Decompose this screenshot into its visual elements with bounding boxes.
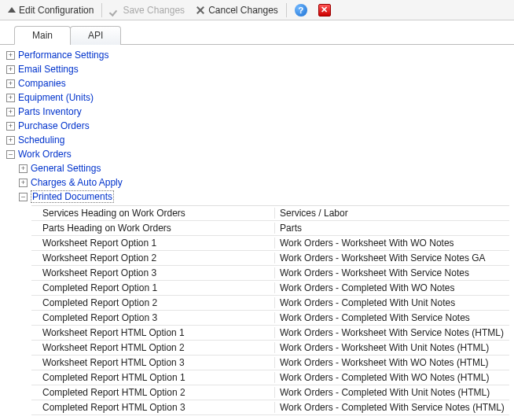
help-icon: ? — [295, 4, 307, 17]
help-button[interactable]: ? — [290, 2, 312, 19]
tree-node-charges[interactable]: + Charges & Auto Apply — [5, 175, 514, 190]
setting-label: Completed Report Option 2 — [31, 297, 275, 308]
edit-configuration-button[interactable]: Edit Configuration — [3, 2, 98, 19]
grid-row[interactable]: Worksheet Report Option 2Work Orders - W… — [31, 251, 509, 266]
grid-row[interactable]: Completed Report HTML Option 1Work Order… — [31, 370, 509, 385]
setting-label: Worksheet Report HTML Option 1 — [31, 327, 275, 338]
expand-icon[interactable]: + — [6, 65, 15, 74]
grid-row[interactable]: Services Heading on Work OrdersServices … — [31, 206, 509, 221]
expand-icon[interactable]: + — [6, 108, 15, 116]
expand-icon[interactable]: + — [6, 51, 15, 60]
grid-row[interactable]: Completed Report HTML Option 2Work Order… — [31, 385, 509, 400]
up-triangle-icon — [8, 7, 16, 13]
save-changes-button: Save Changes — [105, 2, 189, 19]
tree-label: Companies — [18, 78, 66, 89]
tabs: Main API — [0, 20, 514, 45]
tree-node-scheduling[interactable]: + Scheduling — [5, 133, 514, 147]
tree-label: Email Settings — [18, 64, 79, 75]
setting-value[interactable]: Work Orders - Completed With Unit Notes … — [275, 387, 509, 398]
expand-icon[interactable]: + — [19, 164, 28, 173]
save-changes-label: Save Changes — [123, 5, 185, 16]
setting-label: Worksheet Report HTML Option 2 — [31, 342, 275, 353]
collapse-icon[interactable]: – — [19, 193, 28, 201]
tree-node-work-orders[interactable]: – Work Orders — [5, 147, 514, 161]
expand-icon[interactable]: + — [6, 94, 15, 102]
separator — [101, 3, 102, 17]
setting-value[interactable]: Work Orders - Completed With Service Not… — [275, 312, 509, 323]
setting-value[interactable]: Parts — [275, 223, 509, 234]
setting-value[interactable]: Work Orders - Completed With WO Notes — [275, 282, 509, 293]
tree-label: General Settings — [31, 163, 101, 174]
grid-row[interactable]: Worksheet Report Option 1Work Orders - W… — [31, 236, 509, 251]
setting-label: Worksheet Report HTML Option 3 — [31, 357, 275, 368]
grid-row[interactable]: Worksheet Report Option 3Work Orders - W… — [31, 266, 509, 281]
settings-grid: Services Heading on Work OrdersServices … — [31, 205, 509, 415]
setting-value[interactable]: Work Orders - Completed With Unit Notes — [275, 297, 509, 308]
setting-value[interactable]: Work Orders - Worksheet With WO Notes (H… — [275, 357, 509, 368]
grid-row[interactable]: Parts Heading on Work OrdersParts — [31, 221, 509, 236]
setting-value[interactable]: Work Orders - Worksheet With Service Not… — [275, 267, 509, 278]
setting-label: Worksheet Report Option 2 — [31, 252, 275, 263]
separator — [286, 3, 287, 17]
tree-node-general-settings[interactable]: + General Settings — [5, 161, 514, 175]
setting-value[interactable]: Work Orders - Worksheet With WO Notes — [275, 238, 509, 249]
expand-icon[interactable]: + — [6, 122, 15, 131]
tree-node-performance[interactable]: + Performance Settings — [5, 48, 514, 62]
tree-label: Scheduling — [18, 134, 64, 146]
grid-row[interactable]: Completed Report Option 2Work Orders - C… — [31, 296, 509, 311]
tab-main[interactable]: Main — [14, 26, 71, 45]
setting-value[interactable]: Work Orders - Completed With WO Notes (H… — [275, 372, 509, 383]
check-icon — [110, 6, 119, 15]
tree-node-companies[interactable]: + Companies — [5, 76, 514, 90]
tree-label: Parts Inventory — [18, 106, 82, 117]
tree-label: Charges & Auto Apply — [31, 177, 123, 188]
expand-icon[interactable]: + — [19, 179, 28, 187]
config-tree: + Performance Settings + Email Settings … — [0, 45, 514, 415]
setting-label: Worksheet Report Option 3 — [31, 267, 275, 278]
cancel-changes-button[interactable]: Cancel Changes — [191, 2, 283, 19]
grid-row[interactable]: Completed Report Option 3Work Orders - C… — [31, 311, 509, 326]
tree-node-email[interactable]: + Email Settings — [5, 62, 514, 76]
setting-label: Worksheet Report Option 1 — [31, 238, 275, 249]
close-icon: ✕ — [318, 4, 331, 17]
tree-label: Purchase Orders — [18, 120, 90, 131]
tab-api[interactable]: API — [70, 26, 121, 45]
setting-label: Parts Heading on Work Orders — [31, 223, 275, 234]
setting-value[interactable]: Services / Labor — [275, 208, 509, 219]
tree-label: Printed Documents — [31, 190, 114, 203]
toolbar: Edit Configuration Save Changes Cancel C… — [0, 0, 514, 20]
setting-value[interactable]: Work Orders - Worksheet With Unit Notes … — [275, 342, 509, 353]
setting-value[interactable]: Work Orders - Worksheet With Service Not… — [275, 327, 509, 338]
close-button[interactable]: ✕ — [314, 2, 336, 19]
tree-label: Work Orders — [18, 149, 72, 160]
setting-label: Completed Report Option 3 — [31, 312, 275, 323]
expand-icon[interactable]: + — [6, 79, 15, 88]
setting-value[interactable]: Work Orders - Worksheet With Service Not… — [275, 252, 509, 263]
grid-row[interactable]: Worksheet Report HTML Option 1Work Order… — [31, 326, 509, 341]
tree-node-equipment[interactable]: + Equipment (Units) — [5, 90, 514, 105]
setting-label: Completed Report HTML Option 2 — [31, 387, 275, 398]
grid-row[interactable]: Worksheet Report HTML Option 2Work Order… — [31, 341, 509, 356]
grid-row[interactable]: Worksheet Report HTML Option 3Work Order… — [31, 356, 509, 370]
cancel-changes-label: Cancel Changes — [208, 5, 278, 16]
expand-icon[interactable]: + — [6, 136, 15, 145]
setting-label: Completed Report HTML Option 3 — [31, 402, 275, 413]
setting-label: Completed Report HTML Option 1 — [31, 372, 275, 383]
grid-row[interactable]: Completed Report HTML Option 3Work Order… — [31, 400, 509, 415]
setting-value[interactable]: Work Orders - Completed With Service Not… — [275, 402, 509, 413]
tree-label: Equipment (Units) — [18, 92, 94, 103]
tree-node-printed-documents[interactable]: – Printed Documents — [5, 190, 514, 204]
grid-row[interactable]: Completed Report Option 1Work Orders - C… — [31, 281, 509, 296]
setting-label: Services Heading on Work Orders — [31, 208, 275, 219]
tree-node-purchase[interactable]: + Purchase Orders — [5, 119, 514, 133]
edit-configuration-label: Edit Configuration — [19, 5, 94, 16]
setting-label: Completed Report Option 1 — [31, 282, 275, 293]
x-icon — [196, 6, 205, 15]
tree-node-parts[interactable]: + Parts Inventory — [5, 105, 514, 119]
tree-label: Performance Settings — [18, 50, 108, 61]
collapse-icon[interactable]: – — [6, 150, 15, 159]
